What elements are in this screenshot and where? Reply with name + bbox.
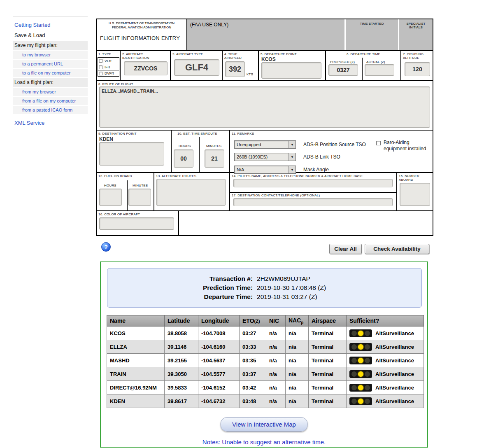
- type-options: VFR IFR DVFR: [98, 57, 119, 77]
- cell-nacp: n/a: [286, 327, 309, 340]
- destination-contact-input[interactable]: [233, 198, 393, 206]
- cell-eto: 03:48: [240, 394, 266, 408]
- aircraft-type-input[interactable]: GLF4: [174, 59, 219, 76]
- color-of-aircraft-label: 16. COLOR OF AIRCRAFT: [98, 212, 140, 216]
- flight-information-form: U.S. DEPARTMENT OF TRANSPORTATION FEDERA…: [96, 19, 433, 236]
- view-interactive-map-button[interactable]: View in Interactive Map: [220, 417, 308, 432]
- departure-time-divider: [362, 58, 363, 80]
- form-row-3: 12. FUEL ON BOARD HOURS MINUTES 13. ALTE…: [97, 173, 433, 211]
- table-row: MASHD 39.2155 -104.5637 03:35 n/a n/a Te…: [107, 354, 424, 367]
- fuel-minutes-input[interactable]: [128, 189, 151, 206]
- sidebar-item-to-a-file-on-my-computer[interactable]: to a file on my computer: [13, 69, 88, 77]
- departure-point-input[interactable]: [261, 62, 321, 79]
- fuel-divider: [127, 180, 128, 210]
- clear-all-button[interactable]: Clear All: [329, 244, 362, 254]
- form-row-route: 8. ROUTE OF FLIGHT ELLZA...MASHD...TRAIN…: [97, 81, 433, 131]
- alternate-routes-input[interactable]: [156, 179, 226, 206]
- cell-latitude: 39.8617: [165, 394, 198, 408]
- time-started-label: TIME STARTED: [346, 19, 398, 26]
- actual-time-input[interactable]: [365, 64, 394, 76]
- departure-point-value: KCOS: [261, 56, 276, 62]
- remarks-cell: 11. REMARKS Unequipped ▼ ADS-B Position …: [230, 131, 433, 172]
- sidebar-item-to-my-browser[interactable]: to my browser: [13, 51, 88, 59]
- sidebar-item-from-my-browser[interactable]: from my browser: [13, 88, 88, 96]
- cell-longitude: -104.6160: [198, 340, 240, 354]
- fuel-hours-input[interactable]: [99, 189, 122, 206]
- route-label: 8. ROUTE OF FLIGHT: [98, 82, 133, 86]
- sufficient-label: AltSurveillance: [375, 371, 414, 377]
- aircraft-id-input[interactable]: ZZVCOS: [124, 61, 168, 75]
- dvfr-checkbox[interactable]: [99, 72, 102, 75]
- true-airspeed-input[interactable]: 392: [225, 61, 245, 77]
- cell-sufficient: AltSurveillance: [347, 340, 424, 354]
- table-row: ELLZA 39.1146 -104.6160 03:33 n/a n/a Te…: [107, 340, 424, 354]
- pilot-cell-divider: [230, 192, 396, 193]
- table-row: KCOS 38.8058 -104.7008 03:27 n/a n/a Ter…: [107, 327, 424, 340]
- form-row-1: 1. TYPE VFR IFR DVFR: [97, 51, 433, 81]
- destination-point-cell: 9. DESTINATION POINT KDEN: [97, 131, 172, 172]
- ifr-checkbox[interactable]: [99, 65, 102, 69]
- cell-airspace: Terminal: [309, 381, 347, 394]
- header-longitude: Longitude: [198, 315, 240, 327]
- traffic-dot-on: [358, 344, 363, 350]
- traffic-dot-off: [351, 399, 357, 404]
- departure-point-label: 5. DEPARTURE POINT: [261, 52, 297, 56]
- number-aboard-input[interactable]: [400, 183, 430, 206]
- cruising-altitude-input[interactable]: 120: [405, 62, 430, 76]
- vfr-checkbox[interactable]: [99, 59, 102, 63]
- dvfr-label: DVFR: [103, 70, 119, 76]
- proposed-time-input[interactable]: 0327: [328, 64, 358, 76]
- ete-hours-input[interactable]: 00: [174, 149, 193, 168]
- adsb-position-value: Unequipped: [235, 141, 289, 148]
- traffic-light-icon: [349, 357, 372, 364]
- traffic-dot-off: [365, 399, 370, 404]
- department-cell: U.S. DEPARTMENT OF TRANSPORTATION FEDERA…: [97, 19, 187, 50]
- destination-point-input[interactable]: [99, 142, 164, 166]
- route-input[interactable]: ELLZA...MASHD...TRAIN...: [99, 86, 430, 128]
- ete-minutes-input[interactable]: 21: [205, 149, 224, 168]
- cell-eto: 03:33: [240, 340, 266, 354]
- help-icon[interactable]: ?: [101, 242, 111, 252]
- cell-eto: 03:37: [240, 367, 266, 381]
- form-row-2: 9. DESTINATION POINT KDEN 10. EST. TIME …: [97, 131, 433, 173]
- cruising-altitude-cell: 7. CRUISING ALTITUDE 120: [401, 51, 433, 80]
- cell-name: MASHD: [107, 354, 165, 367]
- est-time-enroute-label: 10. EST. TIME ENROUTE: [177, 132, 217, 135]
- true-airspeed-cell: 4. TRUE AIRSPEED 392 KTS: [223, 51, 259, 80]
- traffic-dot-off: [351, 358, 357, 363]
- aircraft-id-cell: 2. AIRCRAFT IDENTIFICATION ZZVCOS: [121, 51, 171, 80]
- check-availability-button[interactable]: Check Availability: [365, 244, 429, 254]
- traffic-light-icon: [349, 384, 372, 392]
- cell-nic: n/a: [266, 340, 286, 354]
- mask-angle-select[interactable]: N/A ▼: [234, 166, 296, 174]
- departure-time-label: Departure Time:: [203, 293, 253, 301]
- type-label: 1. TYPE: [98, 52, 111, 56]
- sidebar-item-getting-started[interactable]: Getting Started: [13, 20, 88, 30]
- cell-airspace: Terminal: [309, 354, 347, 367]
- color-of-aircraft-input[interactable]: [99, 217, 174, 230]
- cell-nacp: n/a: [286, 394, 309, 408]
- adsb-link-select[interactable]: 260B (1090ES) ▼: [234, 153, 296, 161]
- actual-label: ACTUAL (Z): [366, 60, 385, 64]
- traffic-dot-off: [365, 344, 370, 350]
- sidebar-item-from-a-pasted-icao-form[interactable]: from a pasted ICAO form: [13, 106, 88, 114]
- time-started-area: TIME STARTED: [346, 19, 398, 50]
- dept-line1: U.S. DEPARTMENT OF TRANSPORTATION: [97, 21, 186, 25]
- cell-latitude: 39.5833: [165, 381, 198, 394]
- type-option-vfr: VFR: [98, 58, 119, 64]
- baro-aiding-checkbox[interactable]: [376, 141, 381, 145]
- table-row: KDEN 39.8617 -104.6732 03:48 n/a n/a Ter…: [107, 394, 424, 408]
- pilot-info-input[interactable]: [233, 179, 393, 187]
- sidebar-item-xml-service[interactable]: XML Service: [13, 118, 88, 128]
- aircraft-type-cell: 3. AIRCRAFT TYPE GLF4: [171, 51, 223, 80]
- fuel-hours-label: HOURS: [104, 184, 116, 187]
- adsb-position-select[interactable]: Unequipped ▼: [234, 140, 296, 149]
- cell-eto: 03:27: [240, 327, 266, 340]
- cell-name: TRAIN: [107, 367, 165, 381]
- sidebar-item-from-a-file-on-my-computer[interactable]: from a file on my computer: [13, 97, 88, 105]
- traffic-dot-off: [365, 371, 370, 377]
- traffic-dot-off: [351, 331, 357, 336]
- mask-angle-label: Mask Angle: [303, 167, 329, 173]
- sidebar-item-to-a-permanent-url[interactable]: to a permanent URL: [13, 60, 88, 68]
- traffic-dot-off: [351, 344, 357, 350]
